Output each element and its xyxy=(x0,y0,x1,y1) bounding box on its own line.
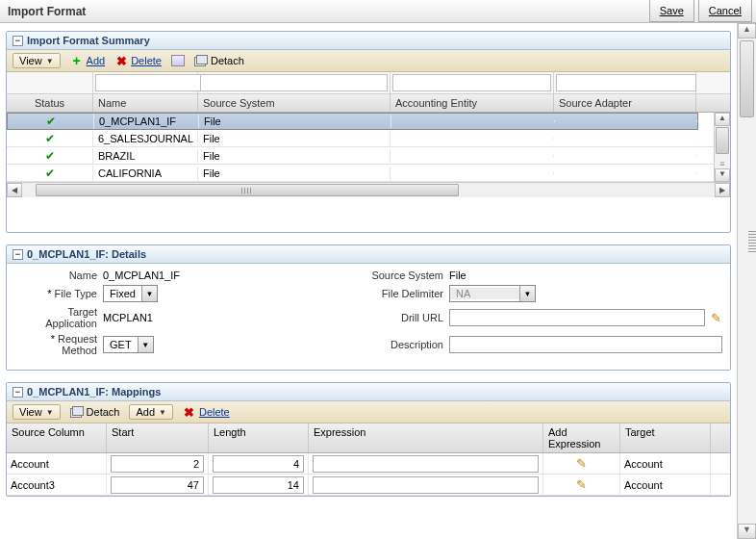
grid-scroll-up-icon[interactable]: ▲ xyxy=(715,113,730,126)
col-source-adapter[interactable]: Source Adapter xyxy=(554,94,696,112)
detach-button[interactable]: Detach xyxy=(70,406,120,418)
detach-button[interactable]: Detach xyxy=(194,55,244,66)
start-input[interactable] xyxy=(111,476,204,494)
collapse-icon[interactable]: − xyxy=(13,36,23,46)
scroll-up-arrow-icon[interactable]: ▲ xyxy=(738,23,756,38)
label-file-type: File Type xyxy=(14,288,103,299)
scroll-down-arrow-icon[interactable]: ▼ xyxy=(738,524,756,539)
length-input[interactable] xyxy=(213,455,304,473)
label-source-system: Source System xyxy=(334,270,449,281)
cell-source-adapter xyxy=(554,172,696,174)
file-type-select[interactable]: Fixed ▼ xyxy=(103,285,158,302)
request-method-select[interactable]: GET ▼ xyxy=(103,336,154,353)
add-button[interactable]: + Add xyxy=(70,54,106,67)
pencil-icon[interactable]: ✎ xyxy=(709,311,722,324)
filter-source-system-input[interactable] xyxy=(200,74,388,91)
value-name: 0_MCPLAN1_IF xyxy=(103,270,334,281)
view-menu[interactable]: View ▼ xyxy=(13,404,61,420)
col-status[interactable]: Status xyxy=(7,94,93,112)
label-request-method: Request Method xyxy=(14,333,103,356)
label-name: Name xyxy=(14,270,103,281)
collapse-icon[interactable]: − xyxy=(13,249,23,260)
cell-source-adapter xyxy=(554,138,696,140)
expression-input[interactable] xyxy=(313,455,539,473)
grid-vertical-scrollbar[interactable]: ▲ ≡ ▼ xyxy=(714,113,730,182)
grid-scroll-down-icon[interactable]: ▼ xyxy=(715,168,730,182)
description-input[interactable] xyxy=(449,336,722,353)
label-drill-url: Drill URL xyxy=(334,312,449,323)
page-vertical-scrollbar[interactable]: ▲ ▼ xyxy=(737,23,756,539)
chevron-down-icon: ▼ xyxy=(138,337,153,352)
mappings-rows: Account✎AccountAccount3✎Account xyxy=(7,453,730,496)
col-target[interactable]: Target xyxy=(620,424,711,452)
refresh-icon xyxy=(171,55,185,66)
main-content: − Import Format Summary View ▼ + Add ✖ D… xyxy=(0,23,737,539)
delete-button[interactable]: ✖ Delete xyxy=(114,54,162,67)
cell-target: Account xyxy=(620,453,711,474)
summary-header-row: Status Name Source System Accounting Ent… xyxy=(7,94,730,113)
col-start[interactable]: Start xyxy=(107,424,209,452)
pencil-icon[interactable]: ✎ xyxy=(575,457,589,471)
cell-target: Account xyxy=(620,475,711,495)
table-row[interactable]: ✔BRAZILFile xyxy=(7,147,714,165)
detach-icon xyxy=(70,406,84,418)
start-input[interactable] xyxy=(111,455,204,473)
filter-accounting-entity-input[interactable] xyxy=(392,74,551,91)
table-row[interactable]: ✔0_MCPLAN1_IFFile xyxy=(7,113,698,130)
cancel-button[interactable]: Cancel xyxy=(698,0,752,22)
mappings-header: − 0_MCPLAN1_IF: Mappings xyxy=(7,383,730,401)
view-menu[interactable]: View ▼ xyxy=(13,53,61,68)
grid-scroll-grip-icon: ≡ xyxy=(715,159,730,168)
mappings-panel: − 0_MCPLAN1_IF: Mappings View ▼ Detach A… xyxy=(6,382,731,497)
collapse-icon[interactable]: − xyxy=(13,387,23,398)
col-source-system[interactable]: Source System xyxy=(198,94,391,112)
expression-input[interactable] xyxy=(313,476,539,494)
grid-scroll-right-icon[interactable]: ▶ xyxy=(715,183,730,197)
length-input[interactable] xyxy=(213,476,304,494)
col-source-column[interactable]: Source Column xyxy=(7,424,107,452)
label-target-app: Target Application xyxy=(14,306,103,329)
grid-scroll-thumb[interactable] xyxy=(716,127,729,154)
cell-name: BRAZIL xyxy=(93,149,198,163)
add-menu[interactable]: Add ▼ xyxy=(129,404,173,420)
delete-button[interactable]: ✖ Delete xyxy=(183,405,230,419)
save-button[interactable]: Save xyxy=(649,0,694,22)
grid-hscroll-thumb[interactable] xyxy=(36,184,459,196)
value-target-app: MCPLAN1 xyxy=(103,312,334,323)
details-panel: − 0_MCPLAN1_IF: Details Name 0_MCPLAN1_I… xyxy=(6,244,731,371)
col-length[interactable]: Length xyxy=(209,424,309,452)
col-accounting-entity[interactable]: Accounting Entity xyxy=(391,94,554,112)
cell-name: CALIFORNIA xyxy=(93,167,198,180)
details-title: 0_MCPLAN1_IF: Details xyxy=(27,248,146,260)
table-row[interactable]: ✔6_SALESJOURNALFile xyxy=(7,130,714,147)
refresh-button[interactable] xyxy=(171,55,185,66)
cell-accounting-entity xyxy=(391,155,554,157)
table-row[interactable]: Account3✎Account xyxy=(7,475,730,496)
splitter-grip-icon[interactable] xyxy=(748,231,756,254)
table-row[interactable]: ✔CALIFORNIAFile xyxy=(7,165,714,182)
title-buttons: Save Cancel xyxy=(649,0,752,22)
col-expression[interactable]: Expression xyxy=(309,424,543,452)
col-name[interactable]: Name xyxy=(93,94,198,112)
drill-url-input[interactable] xyxy=(449,309,705,326)
cell-source-column: Account xyxy=(7,453,107,474)
filter-source-adapter-input[interactable] xyxy=(556,74,696,91)
file-delimiter-select[interactable]: NA ▼ xyxy=(449,285,536,302)
table-row[interactable]: Account✎Account xyxy=(7,453,730,475)
summary-title: Import Format Summary xyxy=(27,35,150,46)
cell-source-adapter xyxy=(554,155,696,157)
check-icon: ✔ xyxy=(45,167,55,180)
chevron-down-icon: ▼ xyxy=(141,286,157,301)
summary-header: − Import Format Summary xyxy=(7,32,730,50)
summary-grid: Status Name Source System Accounting Ent… xyxy=(7,72,730,232)
pencil-icon[interactable]: ✎ xyxy=(575,478,589,492)
summary-rows: ✔0_MCPLAN1_IFFile✔6_SALESJOURNALFile✔BRA… xyxy=(7,113,714,182)
cell-source-system: File xyxy=(199,115,391,128)
details-form: Name 0_MCPLAN1_IF Source System File Fil… xyxy=(7,264,730,370)
grid-horizontal-scrollbar[interactable]: ◀ ▶ xyxy=(7,182,730,197)
cell-source-system: File xyxy=(198,149,391,163)
grid-scroll-left-icon[interactable]: ◀ xyxy=(7,183,22,197)
cell-source-adapter xyxy=(555,120,697,122)
col-add-expression[interactable]: Add Expression xyxy=(543,424,620,452)
scroll-thumb[interactable] xyxy=(740,40,754,117)
